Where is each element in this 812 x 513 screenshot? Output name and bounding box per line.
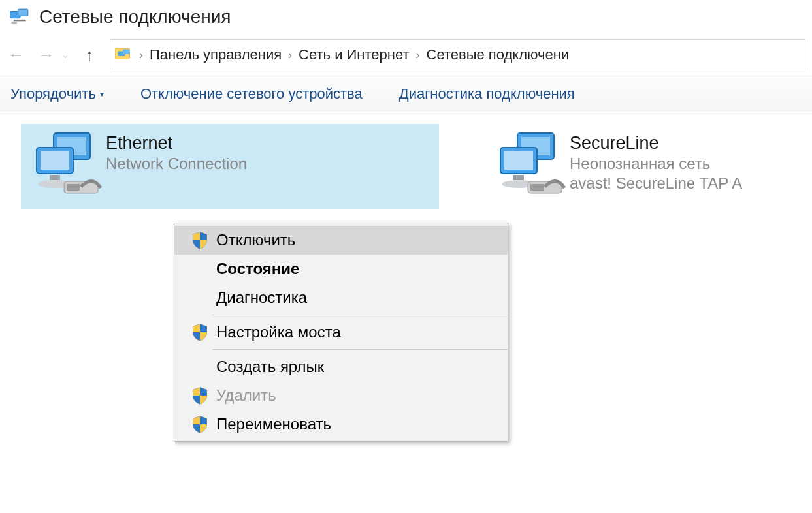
menu-item-shortcut[interactable]: Создать ярлык (174, 352, 508, 381)
connections-area: Ethernet Network Connection SecureLine Н… (0, 112, 812, 209)
address-bar[interactable]: › Панель управления › Сеть и Интернет › … (110, 39, 805, 70)
menu-item-diagnose[interactable]: Диагностика (174, 283, 508, 312)
connection-name: Ethernet (106, 133, 247, 153)
breadcrumb-network-connections[interactable]: Сетевые подключени (421, 46, 575, 63)
disable-device-button[interactable]: Отключение сетевого устройства (135, 84, 368, 104)
connection-name: SecureLine (570, 133, 742, 153)
breadcrumb-sep-icon: › (138, 48, 144, 62)
svg-rect-9 (41, 151, 69, 170)
menu-divider (212, 349, 508, 350)
network-connections-icon (9, 8, 31, 26)
menu-item-bridge[interactable]: Настройка моста (174, 318, 508, 347)
uac-shield-icon (186, 231, 214, 249)
svg-rect-17 (504, 151, 533, 170)
svg-rect-21 (530, 184, 544, 191)
menu-label: Настройка моста (214, 323, 341, 341)
menu-label: Переименовать (214, 415, 331, 433)
breadcrumb-network-internet[interactable]: Сеть и Интернет (293, 46, 414, 63)
menu-item-rename[interactable]: Переименовать (174, 410, 508, 439)
nav-row: ← → ⌄ ↑ › Панель управления › Сеть и Инт… (0, 37, 812, 76)
connection-status: Network Connection (106, 155, 247, 173)
menu-label: Удалить (214, 386, 276, 405)
menu-divider (212, 315, 508, 315)
breadcrumb-control-panel[interactable]: Панель управления (144, 46, 287, 63)
menu-item-status[interactable]: Состояние (174, 255, 508, 283)
menu-item-disable[interactable]: Отключить (174, 226, 508, 255)
nav-recent-dropdown[interactable]: ⌄ (61, 50, 69, 60)
menu-item-delete: Удалить (174, 381, 508, 410)
connection-text: SecureLine Неопознанная сеть avast! Secu… (570, 129, 742, 193)
disable-device-label: Отключение сетевого устройства (140, 86, 363, 102)
svg-rect-18 (513, 175, 524, 180)
menu-label: Отключить (214, 231, 295, 249)
nav-back-button[interactable]: ← (7, 45, 26, 65)
svg-rect-1 (18, 9, 28, 16)
menu-label: Состояние (214, 260, 299, 278)
menu-label: Диагностика (214, 288, 307, 307)
breadcrumb-sep-icon: › (287, 48, 293, 62)
nav-up-button[interactable]: ↑ (80, 45, 99, 65)
title-bar: Сетевые подключения (0, 0, 812, 37)
connection-adapter: avast! SecureLine TAP A (570, 174, 742, 193)
svg-rect-13 (67, 184, 80, 191)
network-adapter-icon (27, 129, 106, 201)
connection-secureline[interactable]: SecureLine Неопознанная сеть avast! Secu… (491, 124, 805, 209)
nav-forward-button[interactable]: → (37, 45, 56, 65)
connection-status: Неопознанная сеть (570, 155, 742, 173)
uac-shield-icon (186, 386, 214, 405)
svg-rect-2 (11, 22, 17, 24)
menu-label: Создать ярлык (214, 358, 324, 376)
window-title: Сетевые подключения (39, 7, 231, 27)
organize-label: Упорядочить (10, 86, 96, 102)
svg-rect-10 (50, 175, 60, 180)
organize-button[interactable]: Упорядочить ▾ (5, 84, 109, 104)
diagnose-connection-button[interactable]: Диагностика подключения (394, 84, 580, 104)
context-menu: Отключить Состояние Диагностика Настройк… (174, 223, 508, 442)
command-bar: Упорядочить ▾ Отключение сетевого устрой… (0, 76, 812, 112)
breadcrumb-sep-icon: › (415, 48, 421, 62)
chevron-down-icon: ▾ (100, 89, 104, 99)
address-location-icon (113, 46, 137, 64)
svg-rect-5 (123, 49, 130, 54)
uac-shield-icon (186, 323, 214, 341)
uac-shield-icon (186, 415, 214, 433)
connection-text: Ethernet Network Connection (106, 129, 247, 173)
network-adapter-icon (491, 129, 570, 201)
diagnose-label: Диагностика подключения (399, 86, 575, 102)
connection-ethernet[interactable]: Ethernet Network Connection (21, 124, 439, 209)
